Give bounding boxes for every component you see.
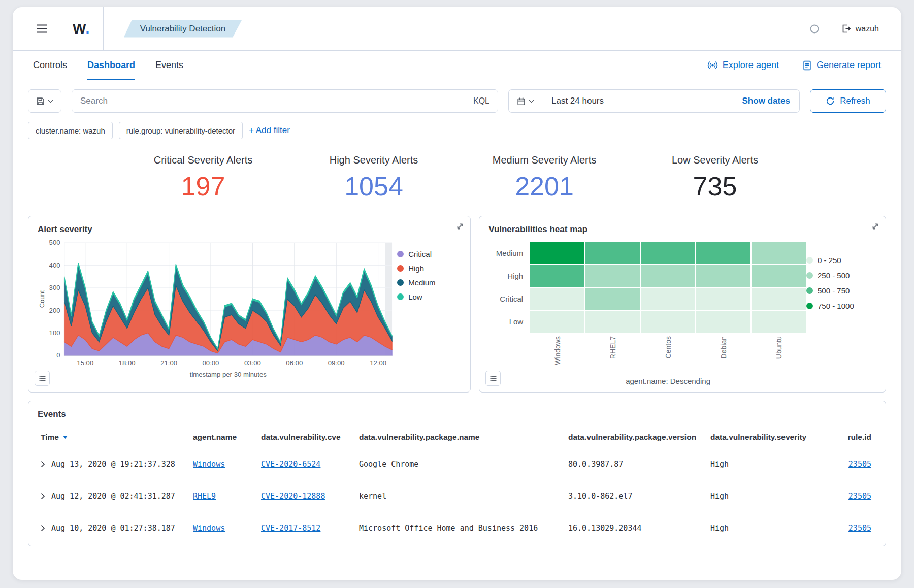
- legend-item[interactable]: 750 - 1000: [806, 302, 876, 310]
- event-link[interactable]: 23505: [848, 460, 871, 469]
- broadcast-icon: [707, 60, 718, 71]
- legend-label: Critical: [408, 250, 432, 258]
- event-link[interactable]: CVE-2017-8512: [261, 524, 320, 533]
- event-link[interactable]: CVE-2020-12888: [261, 492, 325, 501]
- heatmap-cell[interactable]: [752, 265, 806, 287]
- column-header-time[interactable]: Time: [38, 433, 190, 442]
- user-menu-button[interactable]: wazuh: [831, 7, 889, 50]
- event-link[interactable]: 23505: [848, 492, 871, 501]
- heatmap-cell[interactable]: [752, 242, 806, 264]
- svg-text:300: 300: [49, 284, 60, 291]
- svg-text:09:00: 09:00: [328, 359, 345, 367]
- heatmap-cell[interactable]: [641, 311, 695, 333]
- heatmap-cell[interactable]: [530, 311, 584, 333]
- legend-dot-icon: [806, 287, 813, 294]
- time-range-value[interactable]: Last 24 hours: [542, 96, 733, 106]
- add-filter-button[interactable]: + Add filter: [249, 125, 290, 136]
- legend-label: 750 - 1000: [818, 302, 854, 310]
- expand-row-icon[interactable]: [41, 461, 45, 468]
- breadcrumb[interactable]: Vulnerability Detection: [124, 20, 242, 38]
- heatmap-cell[interactable]: [585, 288, 640, 310]
- event-cell: Google Chrome: [356, 460, 565, 469]
- event-cell: CVE-2020-12888: [258, 492, 356, 501]
- heatmap-cell[interactable]: [696, 288, 750, 310]
- event-cell: High: [707, 492, 835, 501]
- metric-low: Low Severity Alerts 735: [630, 154, 800, 202]
- legend-item[interactable]: 500 - 750: [806, 286, 876, 295]
- svg-text:21:00: 21:00: [160, 359, 177, 367]
- column-header-rule-id: rule.id: [835, 433, 876, 442]
- inspect-panel-button[interactable]: [485, 371, 501, 386]
- event-link[interactable]: Windows: [193, 460, 225, 469]
- heatmap-cell[interactable]: [585, 242, 640, 264]
- heatmap-cell[interactable]: [752, 288, 806, 310]
- heatmap-cell[interactable]: [530, 242, 584, 264]
- tab-events[interactable]: Events: [155, 51, 183, 80]
- divider: [103, 7, 104, 50]
- expand-panel-button[interactable]: [871, 222, 879, 232]
- event-link[interactable]: 23505: [848, 524, 871, 533]
- event-cell: kernel: [356, 492, 565, 501]
- event-cell: Windows: [190, 460, 258, 469]
- legend-item[interactable]: Critical: [397, 250, 461, 258]
- heatmap-row-label: Low: [488, 310, 530, 333]
- heatmap-cell[interactable]: [530, 288, 584, 310]
- expand-panel-button[interactable]: [456, 222, 464, 232]
- search-input[interactable]: [80, 96, 467, 106]
- kql-toggle[interactable]: KQL: [473, 96, 489, 106]
- legend-item[interactable]: Medium: [397, 278, 461, 287]
- status-ring-button[interactable]: [798, 7, 831, 50]
- heatmap-cell[interactable]: [641, 242, 695, 264]
- heatmap-cell[interactable]: [752, 311, 806, 333]
- svg-text:500: 500: [49, 239, 60, 247]
- heatmap-cell[interactable]: [585, 265, 640, 287]
- heatmap-cell[interactable]: [641, 288, 695, 310]
- event-link[interactable]: RHEL9: [193, 492, 216, 501]
- event-link[interactable]: CVE-2020-6524: [261, 460, 320, 469]
- event-cell: RHEL9: [190, 492, 258, 501]
- heatmap-cell[interactable]: [696, 265, 750, 287]
- expand-row-icon[interactable]: [41, 525, 45, 532]
- heatmap-cell[interactable]: [585, 311, 640, 333]
- show-dates-button[interactable]: Show dates: [733, 96, 799, 106]
- top-bar: W. Vulnerability Detection wazuh: [13, 7, 901, 51]
- heatmap-row-label: Medium: [488, 242, 530, 265]
- events-header-row: Timeagent.namedata.vulnerability.cvedata…: [38, 429, 876, 448]
- event-time: Aug 12, 2020 @ 02:41:31.287: [51, 492, 175, 501]
- legend-dot-icon: [397, 279, 404, 286]
- event-cell: 3.10.0-862.el7: [565, 492, 707, 501]
- heatmap-cell[interactable]: [696, 311, 750, 333]
- svg-text:18:00: 18:00: [119, 359, 136, 367]
- legend-label: 500 - 750: [818, 286, 850, 295]
- generate-report-button[interactable]: Generate report: [802, 60, 881, 71]
- menu-button[interactable]: [25, 7, 59, 50]
- calendar-button[interactable]: [509, 90, 542, 112]
- tab-controls[interactable]: Controls: [33, 51, 67, 80]
- wazuh-logo[interactable]: W.: [59, 21, 103, 37]
- event-link[interactable]: Windows: [193, 524, 225, 533]
- legend-item[interactable]: High: [397, 264, 461, 273]
- expand-row-icon[interactable]: [41, 493, 45, 500]
- legend-item[interactable]: Low: [397, 292, 461, 301]
- heatmap-cell[interactable]: [530, 265, 584, 287]
- heatmap-cell[interactable]: [641, 265, 695, 287]
- table-row: Aug 13, 2020 @ 19:21:37.328WindowsCVE-20…: [38, 448, 876, 480]
- heatmap-row-label: High: [488, 265, 530, 287]
- svg-text:timestamp per 30 minutes: timestamp per 30 minutes: [190, 371, 267, 378]
- filter-chip-rule-group[interactable]: rule.group: vulnerability-detector: [119, 122, 243, 139]
- legend-item[interactable]: 250 - 500: [806, 271, 876, 280]
- tab-dashboard[interactable]: Dashboard: [87, 51, 135, 80]
- save-icon: [36, 97, 45, 106]
- refresh-button[interactable]: Refresh: [810, 89, 886, 113]
- visualization-row: Alert severity 010020030040050015:0018:0…: [13, 216, 901, 393]
- alert-severity-svg: 010020030040050015:0018:0021:0000:0003:0…: [38, 237, 397, 381]
- heatmap-cell[interactable]: [696, 242, 750, 264]
- event-cell: 23505: [835, 460, 876, 469]
- filter-chip-cluster[interactable]: cluster.name: wazuh: [28, 122, 113, 139]
- legend-item[interactable]: 0 - 250: [806, 256, 876, 265]
- heatmap-row-labels: MediumHighCriticalLow: [488, 242, 530, 333]
- legend-label: Low: [408, 292, 422, 301]
- inspect-panel-button[interactable]: [35, 371, 50, 386]
- explore-agent-button[interactable]: Explore agent: [707, 60, 779, 71]
- saved-queries-button[interactable]: [28, 89, 61, 113]
